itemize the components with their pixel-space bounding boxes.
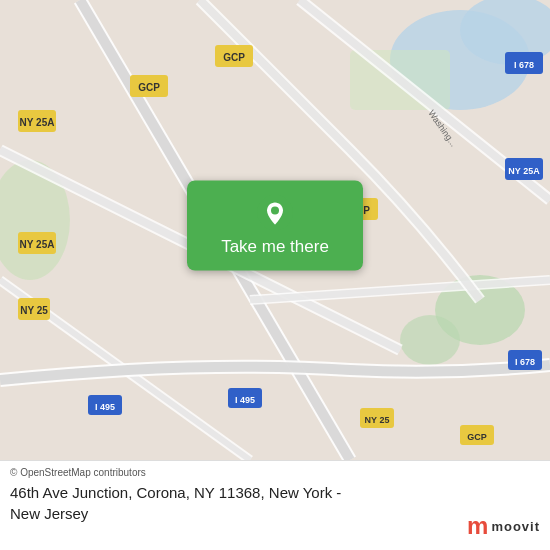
svg-text:I 495: I 495	[95, 402, 115, 412]
map-area: NY 25A GCP GCP GCP I 678 NY 25A NY 25A N…	[0, 0, 550, 460]
svg-text:GCP: GCP	[223, 52, 245, 63]
button-overlay: Take me there	[187, 181, 363, 271]
svg-text:NY 25A: NY 25A	[20, 239, 55, 250]
button-label: Take me there	[221, 237, 329, 257]
moovit-m-icon: m	[467, 512, 488, 540]
svg-text:NY 25: NY 25	[365, 415, 390, 425]
svg-point-45	[271, 207, 279, 215]
svg-text:I 678: I 678	[515, 357, 535, 367]
take-me-there-button[interactable]: Take me there	[187, 181, 363, 271]
location-text: 46th Ave Junction, Corona, NY 11368, New…	[10, 482, 540, 524]
svg-text:NY 25A: NY 25A	[508, 166, 540, 176]
location-line2: New Jersey	[10, 505, 88, 522]
svg-text:GCP: GCP	[138, 82, 160, 93]
svg-text:NY 25A: NY 25A	[20, 117, 55, 128]
location-icon	[257, 195, 293, 231]
svg-text:GCP: GCP	[467, 432, 487, 442]
moovit-text: moovit	[491, 519, 540, 534]
footer: © OpenStreetMap contributors 46th Ave Ju…	[0, 460, 550, 550]
attribution: © OpenStreetMap contributors	[10, 467, 540, 478]
moovit-logo: m moovit	[467, 512, 540, 540]
svg-text:NY 25: NY 25	[20, 305, 48, 316]
svg-text:I 678: I 678	[514, 60, 534, 70]
location-line1: 46th Ave Junction, Corona, NY 11368, New…	[10, 484, 341, 501]
svg-point-4	[400, 315, 460, 365]
attribution-text: © OpenStreetMap contributors	[10, 467, 146, 478]
svg-text:I 495: I 495	[235, 395, 255, 405]
